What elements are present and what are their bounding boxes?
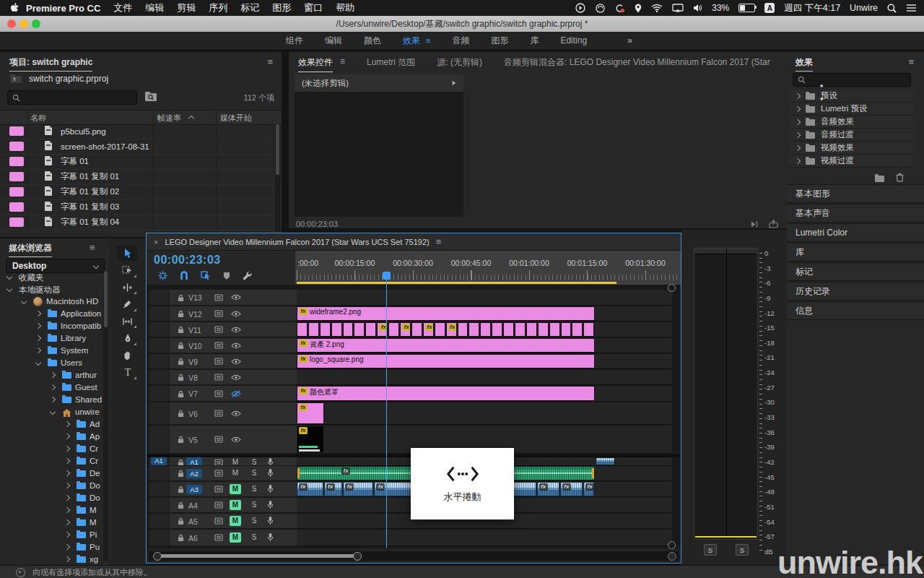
track-header-V11[interactable]: V11: [149, 322, 297, 337]
video-clip-segment[interactable]: [492, 322, 502, 337]
menu-图形[interactable]: 图形: [272, 1, 291, 14]
fx-badge[interactable]: fx: [562, 483, 571, 491]
media-tree-item-Shared[interactable]: Shared: [0, 394, 109, 406]
pen-tool[interactable]: [118, 331, 137, 346]
sync-lock-icon[interactable]: [214, 310, 223, 318]
workspace-tab-库[interactable]: 库: [530, 35, 539, 47]
track-lock-icon[interactable]: [176, 486, 185, 494]
label-color-swatch[interactable]: [9, 187, 24, 197]
chevron-right-icon[interactable]: [64, 446, 70, 452]
fx-badge[interactable]: fx: [299, 483, 308, 491]
track-output-eye-icon[interactable]: [230, 410, 241, 418]
project-search-box[interactable]: [7, 90, 137, 105]
sync-lock-icon[interactable]: [214, 410, 223, 418]
track-header-V13[interactable]: V13: [149, 290, 297, 305]
chevron-right-icon[interactable]: [35, 323, 41, 329]
track-output-eye-icon[interactable]: [230, 358, 241, 366]
project-item-row[interactable]: 字幕 01 复制 02: [0, 184, 282, 200]
chevron-down-icon[interactable]: [6, 274, 12, 280]
source-patch-column[interactable]: [149, 386, 170, 401]
workspace-tab-menu-icon[interactable]: ≡: [426, 36, 430, 45]
solo-button[interactable]: S: [248, 484, 260, 494]
fx-badge[interactable]: fx: [299, 340, 308, 347]
media-tree-item-Cr[interactable]: Cr: [0, 455, 109, 467]
track-name[interactable]: V5: [188, 436, 198, 444]
track-lock-icon[interactable]: [176, 470, 185, 478]
effect-controls-tab-3[interactable]: 音频剪辑混合器: LEGO Designer Video Millennium …: [504, 56, 771, 69]
chevron-right-icon[interactable]: [50, 384, 56, 390]
audio-clip-segment[interactable]: fx: [297, 482, 323, 496]
source-patch-column[interactable]: [149, 466, 170, 480]
mute-button[interactable]: M: [230, 516, 241, 526]
track-name[interactable]: V11: [188, 326, 201, 335]
track-header-A2[interactable]: A2MS: [149, 466, 297, 480]
source-patch-column[interactable]: [149, 514, 170, 528]
media-tree-item-Guest[interactable]: Guest: [0, 381, 109, 394]
mute-button[interactable]: M: [230, 457, 241, 465]
track-zoom-handle-bottom[interactable]: [668, 541, 676, 549]
current-bin-label[interactable]: switch graphic.prproj: [29, 74, 108, 84]
sync-lock-icon[interactable]: [214, 501, 223, 509]
solo-button[interactable]: S: [248, 500, 260, 510]
video-clip-segment[interactable]: fx: [400, 322, 411, 337]
sync-lock-icon[interactable]: [214, 470, 223, 478]
video-clip-segment[interactable]: fx: [423, 322, 434, 337]
sync-lock-icon[interactable]: [214, 486, 223, 493]
track-header-A6[interactable]: A6MS: [149, 530, 297, 545]
notification-center-icon[interactable]: [906, 4, 917, 12]
user-menu[interactable]: Unwire: [850, 3, 878, 13]
effects-bin-音频效果[interactable]: 音频效果: [790, 116, 914, 129]
track-lane-A6[interactable]: [297, 530, 672, 546]
voiceover-record-icon[interactable]: [266, 516, 274, 526]
workspace-tab-图形[interactable]: 图形: [491, 35, 508, 47]
workspace-tab-音频[interactable]: 音频: [452, 35, 469, 47]
track-name[interactable]: V8: [188, 374, 198, 382]
linked-selection-icon[interactable]: [201, 270, 211, 283]
chevron-right-icon[interactable]: [35, 311, 41, 316]
chevron-down-icon[interactable]: [35, 360, 41, 366]
track-lane-V9[interactable]: fxlogo_square.png: [297, 354, 672, 369]
voiceover-record-icon[interactable]: [266, 468, 274, 478]
video-clip-segment[interactable]: [526, 322, 537, 337]
chevron-right-icon[interactable]: [795, 144, 801, 150]
media-tree-item-Ap[interactable]: Ap: [0, 431, 109, 443]
audio-clip-segment[interactable]: fx: [560, 482, 583, 496]
solo-right-button[interactable]: S: [736, 544, 749, 556]
project-item-row[interactable]: 字幕 01 复制 04: [0, 215, 282, 230]
project-search-input[interactable]: [24, 92, 128, 103]
media-tree-item-Do[interactable]: Do: [0, 492, 109, 504]
nest-toggle-icon[interactable]: [158, 270, 167, 283]
label-color-swatch[interactable]: [9, 172, 24, 181]
zoom-window-button[interactable]: [32, 20, 40, 28]
source-patch-column[interactable]: [149, 426, 170, 453]
media-tree-item-De[interactable]: De: [0, 467, 109, 480]
video-clip-segment[interactable]: [411, 322, 422, 337]
track-name[interactable]: V10: [188, 342, 202, 350]
minimize-window-button[interactable]: [19, 20, 28, 28]
effects-bin-Lumetri 预设[interactable]: ★Lumetri 预设: [790, 103, 914, 116]
fx-badge[interactable]: fx: [585, 483, 594, 491]
sync-lock-icon[interactable]: [214, 534, 223, 542]
side-tab-基本声音[interactable]: 基本声音: [787, 204, 924, 223]
video-clip-segment[interactable]: [320, 322, 331, 337]
video-clip-segment[interactable]: [388, 322, 399, 337]
no-clip-selected-row[interactable]: (未选择剪辑): [295, 74, 463, 92]
chevron-right-icon[interactable]: [64, 544, 70, 550]
track-header-V5[interactable]: V5: [149, 426, 297, 453]
chevron-right-icon[interactable]: [64, 532, 70, 538]
workspace-tab-效果[interactable]: 效果: [403, 35, 420, 47]
track-lock-icon[interactable]: [176, 458, 185, 465]
media-tree-item-Users[interactable]: Users: [0, 357, 109, 369]
audio-clip[interactable]: [596, 457, 615, 465]
menu-文件[interactable]: 文件: [113, 1, 132, 14]
track-name[interactable]: V12: [188, 310, 202, 319]
chevron-right-icon[interactable]: [795, 118, 801, 124]
fx-badge[interactable]: fx: [425, 324, 434, 331]
track-lock-icon[interactable]: [176, 374, 185, 382]
audio-clip-segment[interactable]: fx: [537, 482, 559, 496]
track-target-badge[interactable]: A3: [186, 485, 202, 494]
menu-窗口[interactable]: 窗口: [304, 1, 323, 14]
fx-badge[interactable]: fx: [341, 467, 350, 475]
video-clip-segment[interactable]: [480, 322, 491, 337]
location-icon[interactable]: [635, 4, 642, 13]
